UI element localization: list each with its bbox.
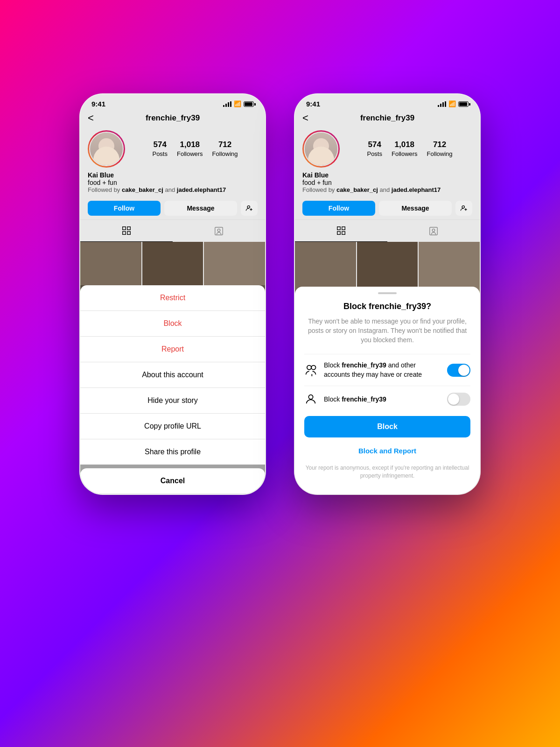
action-copy-url[interactable]: Copy profile URL	[80, 414, 265, 439]
tab-bar-left	[80, 219, 265, 242]
svg-point-21	[308, 395, 313, 399]
profile-header-right: < frenchie_fry39	[295, 110, 480, 127]
action-buttons-left: Follow Message	[80, 197, 265, 219]
toggle-block-single[interactable]	[447, 393, 470, 406]
add-user-button-right[interactable]	[455, 201, 472, 216]
username-title-left: frenchie_fry39	[146, 113, 200, 123]
svg-rect-7	[215, 227, 223, 235]
block-all-icon	[304, 364, 317, 377]
stat-posts-right: 574 Posts	[367, 140, 382, 158]
block-single-icon	[304, 393, 317, 406]
action-about[interactable]: About this account	[80, 362, 265, 388]
svg-point-18	[307, 365, 311, 369]
action-share-profile[interactable]: Share this profile	[80, 439, 265, 465]
time-right: 9:41	[306, 100, 320, 108]
block-all-text: Block frenchie_fry39 and other accounts …	[324, 361, 441, 379]
stat-following-right: 712 Following	[427, 140, 453, 158]
action-restrict[interactable]: Restrict	[80, 285, 265, 311]
action-buttons-right: Follow Message	[295, 197, 480, 219]
battery-icon-right	[458, 101, 469, 107]
block-modal: Block frenchie_fry39? They won't be able…	[295, 287, 480, 494]
block-confirm-button[interactable]: Block	[304, 416, 470, 437]
signal-icon-right	[438, 101, 446, 107]
profile-info-left: 574 Posts 1,018 Followers 712 Following …	[80, 127, 265, 197]
modal-handle	[378, 292, 397, 294]
message-button-left[interactable]: Message	[164, 201, 237, 216]
username-title-right: frenchie_fry39	[360, 113, 414, 123]
action-sheet-left: Restrict Block Report About this account…	[80, 285, 265, 465]
svg-point-8	[217, 229, 220, 232]
tab-bar-right	[295, 219, 480, 242]
block-report-button[interactable]: Block and Report	[304, 443, 470, 458]
svg-rect-12	[337, 227, 340, 230]
tab-tagged-right[interactable]	[387, 220, 480, 242]
left-phone-wrapper: 9:41 📶 < frenchie_fry39	[75, 93, 271, 654]
svg-point-17	[432, 229, 435, 232]
stat-followers-right: 1,018 Followers	[392, 140, 418, 158]
stat-posts-left: 574 Posts	[152, 140, 168, 158]
block-option-single[interactable]: Block frenchie_fry39	[304, 386, 470, 412]
block-modal-title: Block frenchie_fry39?	[304, 302, 470, 311]
follow-button-left[interactable]: Follow	[88, 201, 161, 216]
status-icons-right: 📶	[438, 100, 469, 107]
tab-grid-right[interactable]	[295, 220, 387, 242]
right-phone: 9:41 📶 < frenchie_fry39	[294, 93, 481, 495]
action-cancel[interactable]: Cancel	[80, 468, 265, 494]
svg-rect-3	[123, 227, 126, 230]
signal-icon-left	[223, 101, 231, 107]
toggle-block-all[interactable]	[447, 364, 470, 377]
person-tag-icon-left	[214, 226, 224, 236]
add-user-icon-left	[245, 204, 253, 212]
battery-icon-left	[244, 101, 254, 107]
time-left: 9:41	[91, 100, 105, 108]
avatar-right	[302, 130, 340, 168]
wifi-icon-right: 📶	[448, 100, 456, 107]
action-sheet-overlay-left: Restrict Block Report About this account…	[80, 285, 265, 494]
stats-grid-right: 574 Posts 1,018 Followers 712 Following	[347, 140, 472, 158]
svg-rect-15	[342, 232, 345, 234]
tab-tagged-left[interactable]	[173, 220, 265, 242]
stat-followers-left: 1,018 Followers	[177, 140, 203, 158]
add-user-icon-right	[460, 204, 468, 212]
status-icons-left: 📶	[223, 100, 254, 107]
svg-rect-13	[342, 227, 345, 230]
svg-rect-4	[127, 227, 130, 230]
stats-row-right: 574 Posts 1,018 Followers 712 Following	[302, 130, 472, 168]
stats-grid-left: 574 Posts 1,018 Followers 712 Following	[133, 140, 258, 158]
svg-rect-16	[430, 227, 438, 235]
status-bar-left: 9:41 📶	[80, 94, 265, 110]
wifi-icon-left: 📶	[234, 100, 241, 107]
block-single-text: Block frenchie_fry39	[324, 395, 441, 404]
svg-point-19	[311, 365, 315, 369]
svg-rect-6	[127, 232, 130, 234]
message-button-right[interactable]: Message	[379, 201, 452, 216]
follow-button-right[interactable]: Follow	[302, 201, 375, 216]
grid-icon-right	[336, 226, 346, 236]
grid-icon-left	[121, 226, 132, 236]
block-option-all-accounts[interactable]: Block frenchie_fry39 and other accounts …	[304, 354, 470, 386]
block-modal-desc: They won't be able to message you or fin…	[304, 317, 470, 345]
followed-by-left: Followed by cake_baker_cj and jaded.elep…	[88, 186, 258, 193]
stat-following-left: 712 Following	[212, 140, 238, 158]
back-button-left[interactable]: <	[88, 112, 94, 124]
person-tag-icon-right	[428, 226, 439, 236]
profile-header-left: < frenchie_fry39	[80, 110, 265, 127]
add-user-button-left[interactable]	[241, 201, 258, 216]
status-bar-right: 9:41 📶	[295, 94, 480, 110]
left-phone: 9:41 📶 < frenchie_fry39	[79, 93, 266, 495]
svg-point-0	[247, 206, 250, 208]
profile-bio-left: Kai Blue food + fun Followed by cake_bak…	[88, 171, 258, 193]
profile-bio-right: Kai Blue food + fun Followed by cake_bak…	[302, 171, 472, 193]
svg-rect-14	[337, 232, 340, 234]
action-block[interactable]: Block	[80, 311, 265, 337]
stats-row-left: 574 Posts 1,018 Followers 712 Following	[88, 130, 258, 168]
block-modal-footnote: Your report is anonymous, except if you'…	[304, 464, 470, 480]
back-button-right[interactable]: <	[302, 112, 308, 124]
action-report[interactable]: Report	[80, 337, 265, 362]
profile-info-right: 574 Posts 1,018 Followers 712 Following …	[295, 127, 480, 197]
avatar-left	[88, 130, 125, 168]
tab-grid-left[interactable]	[80, 220, 173, 242]
svg-point-9	[462, 206, 464, 208]
followed-by-right: Followed by cake_baker_cj and jaded.elep…	[302, 186, 472, 193]
action-hide-story[interactable]: Hide your story	[80, 388, 265, 414]
